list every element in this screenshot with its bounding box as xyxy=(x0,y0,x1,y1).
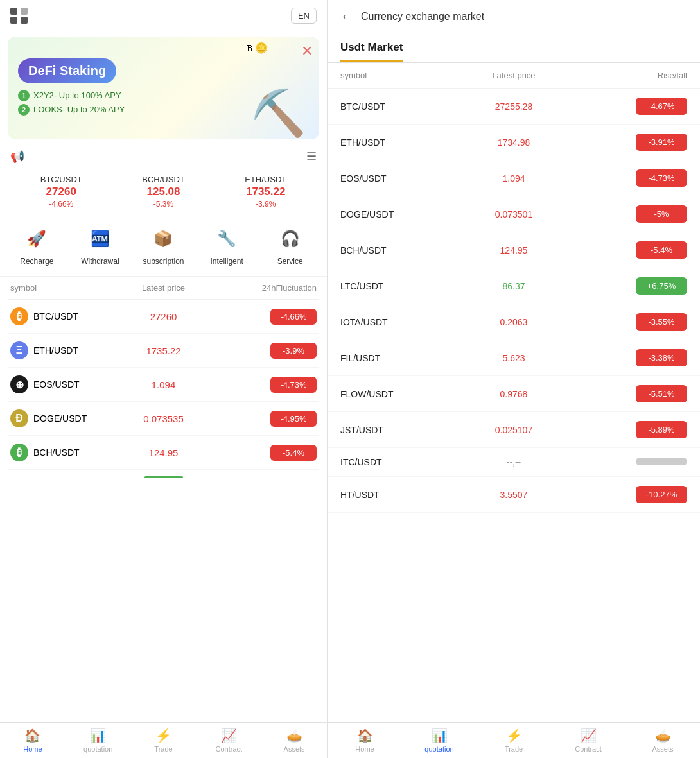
right-market-row[interactable]: HT/USDT 3.5507 -10.27% xyxy=(328,477,700,513)
banner-coins-icon: ₿ 🪙 xyxy=(247,42,268,54)
right-market-row[interactable]: BCH/USDT 124.95 -5.4% xyxy=(328,232,700,268)
quick-actions: 🚀 Recharge 🏧 Withdrawal 📦 subscription 🔧… xyxy=(0,214,327,277)
left-header: EN xyxy=(0,0,327,31)
right-market-row[interactable]: FIL/USDT 5.623 -3.38% xyxy=(328,340,700,376)
banner-content: DeFi Staking 1 X2Y2- Up to 100% APY 2 LO… xyxy=(18,58,125,118)
banner-title: DeFi Staking xyxy=(18,58,116,83)
ticker-bar: 📢 ☰ xyxy=(0,144,327,169)
right-market-row[interactable]: EOS/USDT 1.094 -4.73% xyxy=(328,160,700,196)
coin-icon: Ξ xyxy=(10,341,28,359)
right-bottom-nav: 🏠 Home 📊 quotation ⚡ Trade 📈 Contract 🥧 … xyxy=(328,722,700,758)
action-intelligent[interactable]: 🔧 Intelligent xyxy=(201,225,252,266)
right-table-body: BTC/USDT 27255.28 -4.67% ETH/USDT 1734.9… xyxy=(328,89,700,722)
right-market-row[interactable]: DOGE/USDT 0.073501 -5% xyxy=(328,196,700,232)
market-row[interactable]: ₿ BCH/USDT 124.95 -5.4% xyxy=(8,436,319,470)
right-market-row[interactable]: JST/USDT 0.025107 -5.89% xyxy=(328,412,700,448)
price-tickers: BTC/USDT 27260 -4.66% BCH/USDT 125.08 -5… xyxy=(0,169,327,214)
right-nav-home[interactable]: 🏠 Home xyxy=(328,723,402,758)
left-panel: EN DeFi Staking 1 X2Y2- Up to 100% APY 2… xyxy=(0,0,328,758)
home-icon: 🏠 xyxy=(24,728,40,743)
nav-contract[interactable]: 📈 Contract xyxy=(196,723,261,758)
list-icon[interactable]: ☰ xyxy=(306,150,317,164)
announcement-icon: 📢 xyxy=(10,150,24,164)
right-trade-icon: ⚡ xyxy=(506,728,522,743)
service-icon: 🎧 xyxy=(276,225,304,253)
action-withdrawal[interactable]: 🏧 Withdrawal xyxy=(74,225,126,266)
nav-trade[interactable]: ⚡ Trade xyxy=(131,723,197,758)
assets-icon: 🥧 xyxy=(286,728,302,743)
right-market-row[interactable]: LTC/USDT 86.37 +6.75% xyxy=(328,268,700,304)
right-nav-trade[interactable]: ⚡ Trade xyxy=(477,723,551,758)
right-market-row[interactable]: FLOW/USDT 0.9768 -5.51% xyxy=(328,376,700,412)
defi-banner[interactable]: DeFi Staking 1 X2Y2- Up to 100% APY 2 LO… xyxy=(8,37,319,139)
banner-item-1: 1 X2Y2- Up to 100% APY xyxy=(18,90,125,101)
banner-item-2: 2 LOOKS- Up to 20% APY xyxy=(18,104,125,116)
nav-home[interactable]: 🏠 Home xyxy=(0,723,66,758)
right-contract-icon: 📈 xyxy=(581,728,597,743)
back-button[interactable]: ← xyxy=(340,9,353,24)
market-table-header: symbol Latest price 24hFluctuation xyxy=(8,277,319,300)
market-row[interactable]: ₿ BTC/USDT 27260 -4.66% xyxy=(8,300,319,334)
coin-icon: ⊕ xyxy=(10,375,28,393)
left-bottom-nav: 🏠 Home 📊 quotation ⚡ Trade 📈 Contract 🥧 … xyxy=(0,722,327,758)
right-table-header: symbol Latest price Rise/fall xyxy=(328,63,700,89)
right-nav-contract[interactable]: 📈 Contract xyxy=(551,723,626,758)
right-market-row[interactable]: ETH/USDT 1734.98 -3.91% xyxy=(328,125,700,160)
right-panel: ← Currency exchange market Usdt Market s… xyxy=(328,0,700,758)
market-row[interactable]: Ð DOGE/USDT 0.073535 -4.95% xyxy=(8,402,319,436)
banner-hammer-icon: ⛏️ xyxy=(250,87,306,139)
right-header: ← Currency exchange market xyxy=(328,0,700,33)
recharge-icon: 🚀 xyxy=(22,225,51,253)
right-nav-assets[interactable]: 🥧 Assets xyxy=(626,723,700,758)
right-title: Currency exchange market xyxy=(361,11,484,22)
quotation-icon: 📊 xyxy=(90,728,106,743)
language-button[interactable]: EN xyxy=(291,8,317,24)
nav-assets[interactable]: 🥧 Assets xyxy=(261,723,327,758)
market-row[interactable]: ⊕ EOS/USDT 1.094 -4.73% xyxy=(8,368,319,402)
intelligent-icon: 🔧 xyxy=(213,225,241,253)
coin-icon: ₿ xyxy=(10,307,28,325)
market-section: symbol Latest price 24hFluctuation ₿ BTC… xyxy=(0,277,327,722)
action-service[interactable]: 🎧 Service xyxy=(265,225,316,266)
action-subscription[interactable]: 📦 subscription xyxy=(137,225,189,266)
right-assets-icon: 🥧 xyxy=(655,728,671,743)
right-market-row[interactable]: IOTA/USDT 0.2063 -3.55% xyxy=(328,304,700,340)
withdrawal-icon: 🏧 xyxy=(86,225,114,253)
coin-icon: Ð xyxy=(10,409,28,427)
right-quotation-icon: 📊 xyxy=(432,728,448,743)
ticker-bch[interactable]: BCH/USDT 125.08 -5.3% xyxy=(142,175,184,209)
nav-quotation[interactable]: 📊 quotation xyxy=(66,723,131,758)
right-tabs: Usdt Market xyxy=(328,33,700,63)
right-market-row[interactable]: BTC/USDT 27255.28 -4.67% xyxy=(328,89,700,125)
tab-usdt-market[interactable]: Usdt Market xyxy=(340,41,403,62)
ticker-btc[interactable]: BTC/USDT 27260 -4.66% xyxy=(40,175,82,209)
subscription-icon: 📦 xyxy=(149,225,177,253)
logo-icon xyxy=(10,8,28,24)
ticker-eth[interactable]: ETH/USDT 1735.22 -3.9% xyxy=(245,175,286,209)
market-rows: ₿ BTC/USDT 27260 -4.66% Ξ ETH/USDT 1735.… xyxy=(8,300,319,470)
action-recharge[interactable]: 🚀 Recharge xyxy=(11,225,62,266)
right-home-icon: 🏠 xyxy=(357,728,373,743)
contract-icon: 📈 xyxy=(221,728,237,743)
coin-icon: ₿ xyxy=(10,444,28,461)
banner-close-icon: ✕ xyxy=(301,43,313,60)
right-market-row[interactable]: ITC/USDT --,-- xyxy=(328,448,700,477)
market-progress-bar xyxy=(8,470,319,483)
market-row[interactable]: Ξ ETH/USDT 1735.22 -3.9% xyxy=(8,334,319,368)
trade-icon: ⚡ xyxy=(155,728,171,743)
right-nav-quotation[interactable]: 📊 quotation xyxy=(402,723,477,758)
